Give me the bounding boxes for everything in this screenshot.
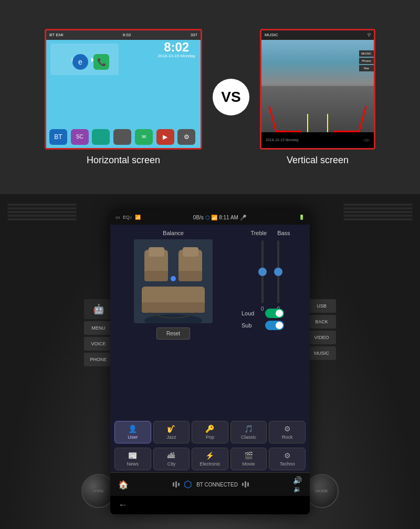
vent-slat bbox=[7, 207, 77, 209]
h-status-left: BT EMI bbox=[49, 33, 64, 37]
status-left: ▭ EQ♪ 📶 bbox=[116, 215, 141, 220]
battery-icon: 🔋 bbox=[299, 215, 304, 220]
vent-slat bbox=[343, 218, 413, 220]
vs-text: VS bbox=[221, 89, 240, 105]
vent-slat bbox=[343, 204, 413, 206]
sub-label: Sub bbox=[242, 322, 260, 329]
guide-right bbox=[333, 106, 366, 132]
volume-controls: 🔊 🔉 bbox=[293, 476, 302, 493]
eq-section: Balance bbox=[110, 225, 310, 419]
news-icon: 📰 bbox=[128, 451, 137, 460]
mic-icon: 🎤 bbox=[240, 215, 246, 220]
preset-movie[interactable]: 🎬 Movie bbox=[230, 448, 267, 470]
jazz-icon: 🎷 bbox=[167, 425, 176, 433]
app-teal1 bbox=[92, 129, 110, 145]
classic-icon: 🎵 bbox=[244, 425, 253, 433]
preset-classic[interactable]: 🎵 Classic bbox=[230, 421, 267, 443]
v-bottom-bar: 2018-10-15 Monday ◁ ▷ bbox=[261, 132, 374, 148]
reset-button[interactable]: Reset bbox=[156, 327, 190, 340]
horizontal-screen-card: BT EMI 8:02 337 8:02 2018-10-15 Monday ⏮… bbox=[45, 29, 202, 166]
status-right: 🔋 bbox=[299, 215, 304, 220]
vol-down-button[interactable]: 🔉 bbox=[293, 485, 301, 493]
h-time-big: 8:02 bbox=[158, 41, 195, 54]
preset-jazz[interactable]: 🎷 Jazz bbox=[153, 421, 190, 443]
car-seat-view bbox=[134, 239, 213, 323]
preset-news-label: News bbox=[127, 461, 139, 467]
home-button[interactable]: 🏠 bbox=[118, 480, 129, 490]
status-center: 0B/s ⬡ 📶 8:11 AM 🎤 bbox=[193, 215, 246, 220]
side-buttons-left: 🤖 MENU VOICE PHONE bbox=[84, 299, 113, 366]
h-time-display: 8:02 2018-10-15 Monday bbox=[158, 41, 195, 58]
svg-rect-6 bbox=[178, 271, 202, 281]
bar3 bbox=[178, 483, 180, 486]
side-buttons-right: USB BACK VIDEO MUSIC bbox=[307, 299, 336, 360]
comparison-section: BT EMI 8:02 337 8:02 2018-10-15 Monday ⏮… bbox=[0, 0, 420, 194]
music-button[interactable]: MUSIC bbox=[307, 346, 336, 360]
vent-slat bbox=[7, 218, 77, 220]
sound-bars-left bbox=[173, 481, 180, 488]
phone-button[interactable]: PHONE bbox=[84, 353, 113, 366]
car-seat-svg bbox=[134, 239, 213, 323]
loud-toggle[interactable] bbox=[265, 309, 284, 318]
svg-rect-4 bbox=[183, 247, 198, 257]
techno-icon: ⚙ bbox=[284, 451, 291, 460]
screen-content: ▭ EQ♪ 📶 0B/s ⬡ 📶 8:11 AM 🎤 🔋 bbox=[110, 210, 310, 514]
voice-button[interactable]: VOICE bbox=[84, 337, 113, 351]
preset-techno[interactable]: ⚙ Techno bbox=[269, 448, 306, 470]
preset-city[interactable]: 🏙 City bbox=[153, 448, 190, 470]
preset-user-label: User bbox=[128, 435, 138, 440]
sub-row: Sub bbox=[242, 321, 299, 330]
preset-user[interactable]: 👤 User bbox=[114, 421, 151, 443]
svg-rect-5 bbox=[144, 271, 168, 281]
bass-slider[interactable] bbox=[277, 240, 279, 303]
back-bar: ← bbox=[110, 496, 310, 514]
preset-news[interactable]: 📰 News bbox=[114, 448, 151, 470]
camera-road bbox=[261, 86, 374, 132]
h-status-right: 337 bbox=[191, 33, 197, 37]
phone-icon: 📞 bbox=[93, 54, 109, 70]
video-button[interactable]: VIDEO bbox=[307, 331, 336, 344]
bluetooth-icon: ⬡ bbox=[184, 479, 192, 490]
sub-knob bbox=[276, 322, 283, 329]
presets-row-2: 📰 News 🏙 City ⚡ Electronic 🎬 Movie ⚙ bbox=[110, 446, 310, 472]
preset-pop[interactable]: 🔑 Pop bbox=[192, 421, 228, 443]
treble-slider[interactable] bbox=[261, 240, 264, 303]
vent-slat bbox=[7, 211, 77, 213]
app-soundcloud: SC bbox=[71, 129, 89, 145]
vs-circle: VS bbox=[213, 79, 249, 115]
vol-up-button[interactable]: 🔊 bbox=[293, 476, 302, 484]
vent-slat bbox=[343, 211, 413, 213]
android-button[interactable]: 🤖 bbox=[84, 299, 113, 319]
vertical-screen-image: MUSIC ▽ MUSIC bbox=[260, 29, 375, 150]
loud-knob bbox=[276, 310, 283, 317]
treble-label: Treble bbox=[250, 230, 267, 236]
screen-icon: ▭ bbox=[116, 215, 120, 220]
vent-slat bbox=[7, 204, 77, 206]
usb-button[interactable]: USB bbox=[307, 299, 336, 313]
rock-icon: ⚙ bbox=[284, 425, 291, 433]
menu-button[interactable]: MENU bbox=[84, 321, 113, 335]
preset-rock[interactable]: ⚙ Rock bbox=[269, 421, 306, 443]
status-bar: ▭ EQ♪ 📶 0B/s ⬡ 📶 8:11 AM 🎤 🔋 bbox=[110, 210, 310, 225]
horizontal-screen-label: Horizontal screen bbox=[87, 155, 160, 166]
app-settings: ⚙ bbox=[177, 129, 195, 145]
preset-techno-label: Techno bbox=[280, 461, 295, 467]
back-button-bottom[interactable]: ← bbox=[118, 500, 128, 511]
h-status-time: 8:02 bbox=[123, 33, 131, 37]
preset-city-label: City bbox=[167, 461, 176, 467]
bar6 bbox=[247, 482, 249, 486]
eq-label: EQ♪ bbox=[123, 215, 132, 220]
back-button[interactable]: BACK bbox=[307, 315, 336, 329]
ie-icon: e bbox=[72, 54, 88, 70]
balance-section: Balance bbox=[116, 230, 231, 414]
car-interior-section: 🤖 MENU VOICE PHONE USB BACK VIDEO MUSIC … bbox=[0, 194, 420, 529]
bar5 bbox=[245, 481, 246, 488]
pop-icon: 🔑 bbox=[205, 425, 214, 433]
sub-toggle[interactable] bbox=[265, 321, 284, 330]
preset-electronic[interactable]: ⚡ Electronic bbox=[192, 448, 228, 470]
v-screen-inner: MUSIC ▽ MUSIC bbox=[261, 30, 374, 148]
v-side-buttons: MUSIC Phone Nav bbox=[359, 50, 374, 71]
h-time-date: 2018-10-15 Monday bbox=[158, 54, 195, 58]
v-btn-nav: Nav bbox=[359, 65, 374, 71]
vent-slat bbox=[7, 215, 77, 217]
